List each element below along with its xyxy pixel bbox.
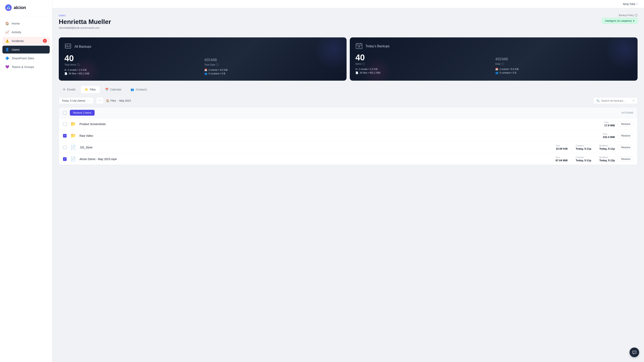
todays-backups-header: 26 Today's Backups	[356, 42, 632, 50]
todays-data-info-icon[interactable]: ?	[501, 62, 504, 65]
sidebar-item-label-home: Home	[12, 22, 20, 25]
sidebar-item-home[interactable]: 🏠 Home	[2, 19, 50, 27]
sidebar-item-incidents[interactable]: ⚠️ Incidents 1	[2, 37, 50, 45]
backup-policy-button[interactable]: Intelligent (3x adaptive) ▾	[602, 18, 638, 24]
search-clear-icon[interactable]: ✕	[632, 99, 634, 102]
file-table: Restore 2 items ACTIONS 📁 Product Screen…	[59, 107, 638, 165]
user-menu[interactable]: Niraj Tolia ▾	[623, 2, 638, 6]
chat-button[interactable]	[630, 348, 639, 357]
sidebar-item-users[interactable]: 👤 Users	[2, 46, 50, 53]
created-group: Created Today, 5:11p	[576, 144, 591, 150]
sidebar-item-label-users: Users	[12, 48, 20, 51]
logo-area: alcion	[0, 0, 52, 16]
restore-button-product-screenshots[interactable]: Restore	[618, 121, 633, 127]
incidents-badge: 1	[43, 39, 47, 43]
tab-calendar[interactable]: 📅 Calendar	[101, 86, 126, 93]
breadcrumb-current: May 2023	[119, 99, 131, 102]
todays-backups-items-label: Items ?	[356, 62, 492, 65]
svg-point-6	[634, 352, 634, 352]
total-data-info-icon[interactable]: ?	[216, 63, 219, 66]
created-group: Created Today, 5:11p	[576, 156, 591, 162]
todays-backups-items-group: 40 Items ? ✉ 2 emails • 2.6 KiB 📄 36 fil…	[356, 53, 492, 75]
row-2-checkbox[interactable]	[63, 134, 66, 138]
all-backups-files: 📄 36 files • 455.2 MiB	[64, 72, 201, 75]
all-backups-total-items: 40	[64, 54, 201, 62]
content-area: Users Henrietta Mueller HenriettaM@tzxtk…	[52, 8, 644, 362]
all-backups-contacts: 👥 0 contacts • 0 B	[204, 72, 341, 75]
main-content: Niraj Tolia ▾ Users Henrietta Mueller He…	[52, 0, 644, 362]
file-name-product-screenshots: Product Screenshots	[80, 122, 601, 126]
contacts-tab-icon: 👥	[130, 88, 134, 91]
sidebar-item-sharepoint[interactable]: 🔷 SharePoint Sites	[2, 54, 50, 62]
restore-button-alcion-demo[interactable]: Restore	[618, 156, 633, 162]
todays-items-info-icon[interactable]: ?	[362, 62, 365, 65]
header-right: Backup Policy ? Intelligent (3x adaptive…	[602, 14, 638, 24]
tab-contacts[interactable]: 👥 Contacts	[126, 86, 151, 93]
stats-row: All Backups 40 Total Items ? ✉ 2 emails …	[59, 37, 638, 81]
all-backups-icon	[64, 42, 72, 51]
breadcrumb[interactable]: Users	[59, 14, 602, 17]
todays-backups-title: Today's Backups	[366, 44, 390, 48]
size-group: Size 17.9 MiB	[604, 121, 615, 127]
users-icon: 👤	[5, 48, 9, 51]
file-meta-alcion-demo: Size 87.04 MiB Created Today, 5:11p Modi…	[556, 156, 615, 162]
row-3-checkbox[interactable]	[63, 146, 66, 149]
backup-policy-info-icon[interactable]: ?	[635, 14, 638, 17]
all-backups-title: All Backups	[74, 45, 91, 48]
all-backups-numbers: 40 Total Items ? ✉ 2 emails • 2.6 KiB 📄 …	[64, 54, 341, 76]
todays-backups-files: 📄 36 files • 455.2 MiB	[356, 71, 492, 74]
email-detail-icon: ✉	[64, 69, 66, 71]
breadcrumb-root[interactable]: Files	[110, 99, 116, 102]
actions-label: ACTIONS	[622, 111, 633, 114]
date-selector[interactable]: Today, 5:14p (latest) ⌃⌄	[59, 97, 94, 104]
folder-icon: 📁	[70, 121, 76, 127]
file-icon: 📄	[70, 145, 76, 150]
teams-icon: 💜	[5, 65, 9, 69]
all-backups-items-label: Total Items ?	[64, 63, 201, 66]
row-4-checkbox[interactable]	[63, 157, 66, 161]
page-title: Henrietta Mueller	[59, 18, 602, 25]
table-row: 📄 Alcion Demo - May 2023.mp4 Size 87.04 …	[59, 153, 637, 165]
all-backups-events: 📅 2 events • 9.0 KiB	[204, 69, 341, 71]
logo-icon	[5, 4, 12, 11]
home-icon: 🏠	[5, 21, 9, 25]
sidebar-item-activity[interactable]: 📈 Activity	[2, 28, 50, 36]
emails-tab-icon: ✉	[63, 88, 66, 91]
restore-all-button[interactable]: Restore 2 items	[70, 110, 94, 116]
all-backups-header: All Backups	[64, 42, 341, 51]
all-backups-data-group: 455MiB Total Data ? 📅 2 events • 9.0 KiB…	[204, 54, 341, 76]
todays-email-icon: ✉	[356, 68, 358, 71]
header-left: Users Henrietta Mueller HenriettaM@tzxtk…	[59, 14, 602, 33]
tab-emails[interactable]: ✉ Emails	[59, 86, 80, 93]
size-group: Size 10.00 KiB	[556, 144, 568, 150]
todays-files-icon: 📄	[356, 71, 358, 74]
todays-events-icon: 📅	[495, 68, 498, 71]
search-input[interactable]	[601, 99, 631, 102]
todays-backups-contacts: 👥 0 contacts • 0 B	[495, 71, 632, 74]
svg-point-1	[8, 6, 9, 7]
file-breadcrumb: 🏠 Files › May 2023	[106, 99, 591, 102]
sidebar-item-teams[interactable]: 💜 Teams & Groups	[2, 63, 50, 71]
todays-contacts-icon: 👥	[495, 71, 498, 74]
logo[interactable]: alcion	[5, 4, 47, 11]
restore-button-ds-store[interactable]: Restore	[618, 145, 633, 150]
svg-point-7	[635, 352, 635, 352]
todays-backups-total-items: 40	[356, 53, 492, 62]
file-meta-ds-store: Size 10.00 KiB Created Today, 5:11p Modi…	[556, 144, 615, 150]
todays-backups-numbers: 40 Items ? ✉ 2 emails • 2.6 KiB 📄 36 fil…	[356, 53, 632, 75]
todays-backups-events: 📅 2 events • 9.0 KiB	[495, 68, 632, 71]
tab-files[interactable]: 📁 Files	[80, 86, 100, 93]
total-items-info-icon[interactable]: ?	[77, 63, 80, 66]
tabs-row: ✉ Emails 📁 Files 📅 Calendar 👥 Contacts	[59, 85, 638, 93]
topbar: Niraj Tolia ▾	[52, 0, 644, 8]
user-name: Niraj Tolia	[623, 2, 635, 6]
sidebar-item-label-incidents: Incidents	[12, 39, 24, 43]
row-1-checkbox[interactable]	[63, 122, 66, 126]
user-menu-chevron: ▾	[636, 2, 638, 5]
restore-button-raw-video[interactable]: Restore	[618, 133, 633, 138]
table-row: 📄 .DS_Store Size 10.00 KiB Created Today…	[59, 142, 637, 153]
table-header: Restore 2 items ACTIONS	[59, 107, 637, 118]
more-options-button[interactable]: ⋯	[96, 97, 104, 104]
files-tab-icon: 📁	[85, 88, 88, 91]
select-all-checkbox[interactable]	[63, 111, 66, 115]
